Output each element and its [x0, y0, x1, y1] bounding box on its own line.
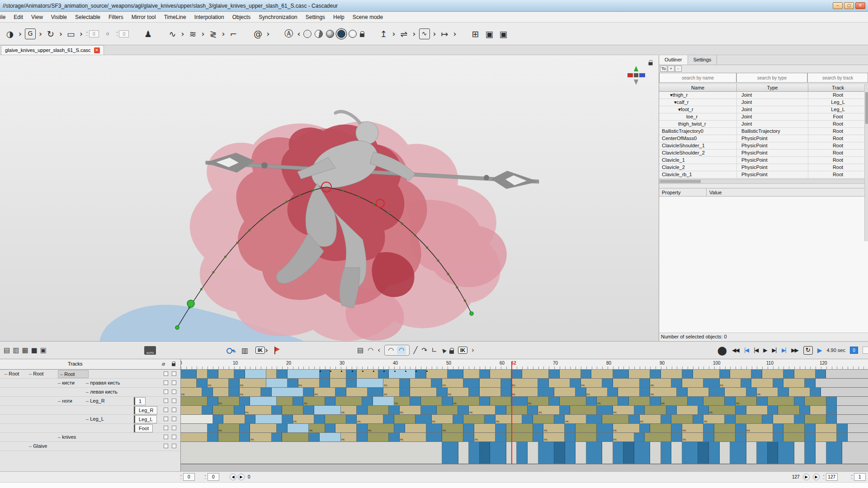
offset-a-stepper-buttons[interactable]: + −: [180, 474, 182, 480]
keyframe-segment[interactable]: FK: [474, 433, 495, 441]
timeline-track-leg-r[interactable]: FKFKFKFKFKFKFK: [181, 406, 868, 415]
corner-tool-icon[interactable]: ⌐: [228, 29, 239, 39]
next-frame-button[interactable]: ▶|: [772, 347, 777, 353]
keyframe-segment[interactable]: [714, 433, 736, 441]
keyframe-segment[interactable]: [778, 388, 789, 396]
keyframe-segment[interactable]: [677, 406, 698, 414]
keyframe-segment[interactable]: [400, 388, 410, 396]
keyframe-segment[interactable]: [480, 379, 501, 387]
keyframe-segment[interactable]: [565, 433, 576, 441]
arc-mode-icon[interactable]: ◠: [368, 346, 373, 354]
chevron-right-icon[interactable]: ›: [222, 29, 225, 38]
keyframe-segment[interactable]: FK: [703, 415, 725, 423]
keyframe-segment[interactable]: [463, 415, 485, 423]
keyframe-segment[interactable]: FK: [650, 379, 671, 387]
keyframe-segment[interactable]: [208, 370, 218, 378]
chevron-left-icon[interactable]: ‹: [377, 346, 380, 354]
keyframe-segment[interactable]: FK: [565, 415, 586, 423]
point-tool-icon[interactable]: ◦: [102, 29, 113, 39]
keyframe-segment[interactable]: FK: [293, 415, 314, 423]
keyframe-segment[interactable]: [783, 379, 805, 387]
prev-frame-button[interactable]: |◀: [754, 347, 759, 353]
viewport-3d[interactable]: [0, 55, 659, 341]
outliner-row[interactable]: CenterOfMass0PhysicPointRoot: [659, 135, 868, 142]
keyframe-segment[interactable]: FK: [394, 397, 410, 405]
tab-outliner[interactable]: Outliner: [659, 55, 688, 65]
keyframe-segment[interactable]: [272, 433, 283, 441]
keyframe-segment[interactable]: [623, 442, 634, 464]
trajectory-dot[interactable]: [464, 300, 466, 302]
outliner-row[interactable]: BallisticTrajectory0BallisticTrajectoryR…: [659, 128, 868, 135]
chevron-right-icon[interactable]: ›: [265, 346, 268, 355]
ghost-lock-icon[interactable]: [360, 33, 364, 37]
keyframe-segment[interactable]: [197, 370, 208, 378]
close-button[interactable]: ✕: [855, 2, 865, 9]
keyframe-segment[interactable]: [746, 433, 773, 441]
interp-linear-icon[interactable]: ╱: [414, 346, 418, 354]
keyframe-segment[interactable]: [789, 388, 810, 396]
track-lock-checkbox[interactable]: [172, 408, 176, 412]
keyframe-segment[interactable]: [746, 406, 768, 414]
keyframe-segment[interactable]: [245, 370, 266, 378]
keyframe-segment[interactable]: [320, 433, 341, 441]
keyframe-segment[interactable]: [810, 406, 826, 414]
keyframe-segment[interactable]: FK: [240, 379, 266, 387]
keyframe-segment[interactable]: [549, 397, 560, 405]
loop-button[interactable]: ↻: [803, 346, 813, 355]
keyframe-segment[interactable]: FK: [613, 433, 634, 441]
keyframe-segment[interactable]: FK: [586, 388, 608, 396]
chevron-right-icon[interactable]: ›: [433, 29, 436, 38]
keyframe-segment[interactable]: [608, 388, 618, 396]
track-lock-checkbox[interactable]: [172, 426, 176, 430]
keyframe-segment[interactable]: [522, 415, 533, 423]
keyframe-segment[interactable]: [218, 433, 240, 441]
keyframe-segment[interactable]: [576, 388, 586, 396]
keyframe-segment[interactable]: FK: [250, 433, 271, 441]
keyframe-segment[interactable]: [783, 370, 794, 378]
keyframe-segment[interactable]: [357, 379, 383, 387]
trajectory-dot[interactable]: [401, 223, 403, 225]
keyframe-segment[interactable]: FK: [661, 397, 688, 405]
outliner-row[interactable]: ▾foot_rJointLeg_L: [659, 106, 868, 113]
keyframe-segment[interactable]: [549, 379, 570, 387]
keyframe-segment[interactable]: [213, 406, 234, 414]
keyframe-segment[interactable]: [245, 415, 256, 423]
keyframe-segment[interactable]: [837, 433, 848, 441]
spiral-tool-icon[interactable]: @: [252, 29, 263, 39]
keyframe-segment[interactable]: [421, 397, 442, 405]
chevron-right-icon[interactable]: ›: [392, 29, 395, 38]
keyframe-segment[interactable]: [757, 397, 768, 405]
trajectory-dot[interactable]: [447, 273, 449, 275]
keyframe-segment[interactable]: [682, 370, 693, 378]
keyframe-segment[interactable]: [554, 415, 565, 423]
duplicate-layer-icon[interactable]: ▣: [484, 29, 495, 39]
keyframe-segment[interactable]: [208, 397, 218, 405]
track-lock-checkbox[interactable]: [172, 399, 176, 403]
keyframe-segment[interactable]: [528, 406, 538, 414]
trajectory-dot[interactable]: [342, 190, 344, 192]
keyframe-segment[interactable]: [335, 388, 346, 396]
solo-track-icon[interactable]: ■: [31, 346, 38, 354]
track-tree-row-knives[interactable]: knives: [0, 433, 180, 442]
keyframe-segment[interactable]: [357, 370, 378, 378]
keyframe-segment[interactable]: [794, 442, 805, 464]
keyframe-segment[interactable]: [490, 442, 506, 464]
keyframe-segment[interactable]: [181, 442, 442, 464]
keyframe-segment[interactable]: [794, 415, 805, 423]
retime-tool-icon[interactable]: ↦: [439, 29, 450, 39]
keyframe-segment[interactable]: [181, 433, 208, 441]
keyframe-segment[interactable]: [720, 370, 731, 378]
keyframe-segment[interactable]: [826, 406, 837, 414]
keyframe-segment[interactable]: [768, 406, 778, 414]
keyframe-segment[interactable]: [645, 406, 666, 414]
search-by-type-input[interactable]: [736, 73, 807, 83]
keyframe-segment[interactable]: [325, 415, 346, 423]
pivot-tool-icon[interactable]: ↥: [378, 29, 389, 39]
keyframe-segment[interactable]: [671, 433, 682, 441]
keyframe-segment[interactable]: [480, 397, 491, 405]
keyframe-segment[interactable]: [458, 406, 469, 414]
keyframe-segment[interactable]: [645, 433, 671, 441]
keyframe-segment[interactable]: FK: [682, 424, 703, 432]
chevron-right-icon[interactable]: ›: [59, 29, 62, 38]
keyframe-segment[interactable]: FK: [309, 424, 325, 432]
